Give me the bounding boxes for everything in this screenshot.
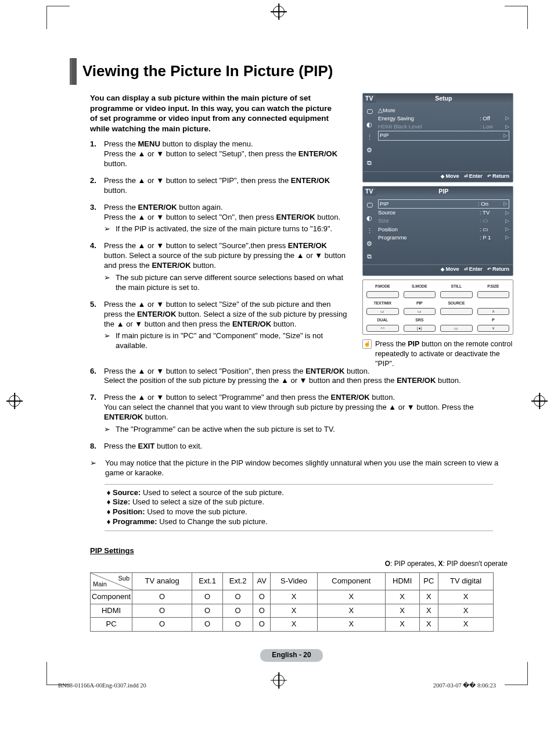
- crop-mark-icon: [46, 6, 70, 29]
- page-number-badge: English - 20: [260, 649, 322, 662]
- table-diagonal-header: SubMain: [91, 572, 132, 590]
- table-row: HDMI OOOOXXXXX: [91, 604, 494, 618]
- osd-item-label: PIP: [380, 200, 478, 208]
- definitions-box: ♦Source: Used to select a source of the …: [105, 484, 493, 532]
- bullet-icon: ♦: [105, 497, 113, 507]
- step-number: 1.: [90, 139, 104, 169]
- title-accent-icon: [70, 58, 77, 85]
- osd-item-value: : P 1: [480, 234, 503, 242]
- note-arrow-icon: ➢: [104, 331, 116, 351]
- note-arrow-icon: ➢: [104, 425, 116, 435]
- osd-item-label: PIP: [380, 131, 478, 139]
- chevron-right-icon: ▷: [503, 225, 509, 234]
- step-body: Press the ▲ or ▼ button to select "Size"…: [104, 300, 348, 351]
- table-row: Component OOOOXXXXX: [91, 590, 494, 604]
- note-text: The sub picture can serve different sour…: [116, 273, 348, 293]
- osd-title: Setup: [376, 95, 510, 103]
- remote-usage-note: ☝ Press the PIP button on the remote con…: [362, 339, 513, 369]
- step-number: 3.: [90, 203, 104, 235]
- table-col-header: AV: [253, 572, 271, 590]
- chevron-right-icon: ▷: [503, 123, 509, 131]
- osd-item-value: : Off: [480, 114, 503, 123]
- step-body: Press the ▲ or ▼ button to select "PIP",…: [104, 176, 348, 196]
- print-timestamp: 2007-03-07 �� 8:06:23: [433, 682, 496, 690]
- remote-btn-label: SRS: [404, 317, 436, 323]
- step-body: Press the ▲ or ▼ button to select "Sourc…: [104, 241, 348, 292]
- remote-button: [366, 291, 399, 298]
- osd-item-value: : TV: [480, 209, 503, 217]
- remote-btn-label: P: [477, 317, 510, 323]
- step-body: Press the ENTER/OK button again. Press t…: [104, 203, 348, 235]
- print-filename: BN68-01166A-00Eng-0307.indd 20: [58, 682, 146, 690]
- osd-item-value: : Low: [480, 123, 503, 131]
- step-number: 2.: [90, 176, 104, 196]
- table-col-header: TV analog: [132, 572, 192, 590]
- osd-title: PIP: [376, 188, 510, 196]
- step-number: 7.: [90, 393, 104, 435]
- remote-btn-label: PIP: [404, 300, 436, 306]
- input-tab-icon: ⧉: [365, 252, 374, 261]
- chevron-right-icon: ▷: [503, 209, 509, 217]
- manual-page: Viewing the Picture In Picture (PIP) You…: [0, 0, 554, 697]
- table-col-header: S-Video: [271, 572, 318, 590]
- table-col-header: HDMI: [385, 572, 419, 590]
- osd-item-label: Source: [378, 209, 480, 217]
- note-arrow-icon: ➢: [104, 224, 116, 234]
- step-number: 4.: [90, 241, 104, 292]
- bullet-icon: ♦: [105, 517, 113, 527]
- osd-item-label: Position: [378, 225, 480, 234]
- osd-pip-panel: TVPIP 🖵 ◐ ⋮ ⚙ ⧉ PIP: On▷ Source: TV▷ Siz…: [362, 186, 513, 275]
- page-title: Viewing the Picture In Picture (PIP): [82, 62, 333, 81]
- step-body: Press the MENU button to display the men…: [104, 139, 348, 169]
- osd-more-label: △More: [378, 106, 509, 114]
- osd-foot-enter: Enter: [464, 266, 483, 273]
- intro-text: You can display a sub picture within the…: [90, 93, 334, 134]
- pip-settings-heading: PIP Settings: [90, 546, 513, 556]
- remote-button: ▭: [404, 308, 436, 315]
- step-body: Press the ▲ or ▼ button to select "Progr…: [104, 393, 513, 435]
- table-col-header: Ext.1: [192, 572, 223, 590]
- step-body: Press the EXIT button to exit.: [104, 442, 513, 452]
- picture-tab-icon: 🖵: [365, 108, 374, 117]
- setup-tab-icon: ⚙: [365, 239, 374, 248]
- chevron-right-icon: ▷: [501, 132, 508, 140]
- osd-source-label: TV: [364, 188, 376, 196]
- osd-foot-return: Return: [487, 266, 509, 273]
- down-arrow-button: ∨: [477, 325, 510, 332]
- remote-button: [404, 291, 436, 298]
- table-row-header: Component: [91, 590, 132, 604]
- osd-item-value: : On: [478, 200, 501, 208]
- osd-item-label: HDMI Black Level: [378, 123, 480, 131]
- remote-button: [477, 291, 510, 298]
- channel-tab-icon: ⋮: [365, 133, 374, 142]
- osd-foot-move: Move: [441, 173, 459, 180]
- pip-compatibility-table: SubMain TV analog Ext.1 Ext.2 AV S-Video…: [90, 572, 494, 632]
- remote-button: ▭: [440, 325, 473, 332]
- channel-tab-icon: ⋮: [365, 226, 374, 235]
- crop-mark-icon: [505, 6, 528, 29]
- table-col-header: TV digital: [438, 572, 494, 590]
- step-body: Press the ▲ or ▼ button to select "Posit…: [104, 367, 513, 386]
- table-col-header: PC: [419, 572, 438, 590]
- remote-button: [440, 308, 473, 315]
- print-metadata: BN68-01166A-00Eng-0307.indd 20 2007-03-0…: [0, 682, 554, 690]
- remote-diagram: P.MODE S.MODE STILL P.SIZE TEXT/MIX PIP …: [362, 280, 513, 335]
- osd-foot-return: Return: [487, 173, 509, 180]
- remote-btn-label: DUAL: [366, 317, 399, 323]
- setup-tab-icon: ⚙: [365, 146, 374, 155]
- chevron-right-icon: ▷: [501, 200, 508, 208]
- remote-btn-label: SOURCE: [440, 300, 473, 306]
- remote-btn-label: P.MODE: [366, 284, 399, 289]
- hand-icon: ☝: [362, 339, 372, 349]
- sound-tab-icon: ◐: [365, 213, 374, 223]
- step-number: 5.: [90, 300, 104, 351]
- note-text: If main picture is in "PC" and "Componen…: [116, 331, 348, 351]
- table-legend: O: PIP operates, X: PIP doesn't operate: [70, 560, 508, 569]
- chevron-right-icon: ▷: [503, 217, 509, 225]
- note-arrow-icon: ➢: [90, 458, 105, 478]
- osd-item-label: Size: [378, 217, 480, 225]
- remote-btn-label: TEXT/MIX: [366, 300, 399, 306]
- remote-button: ▭: [366, 308, 399, 315]
- osd-source-label: TV: [364, 95, 376, 103]
- input-tab-icon: ⧉: [365, 159, 374, 168]
